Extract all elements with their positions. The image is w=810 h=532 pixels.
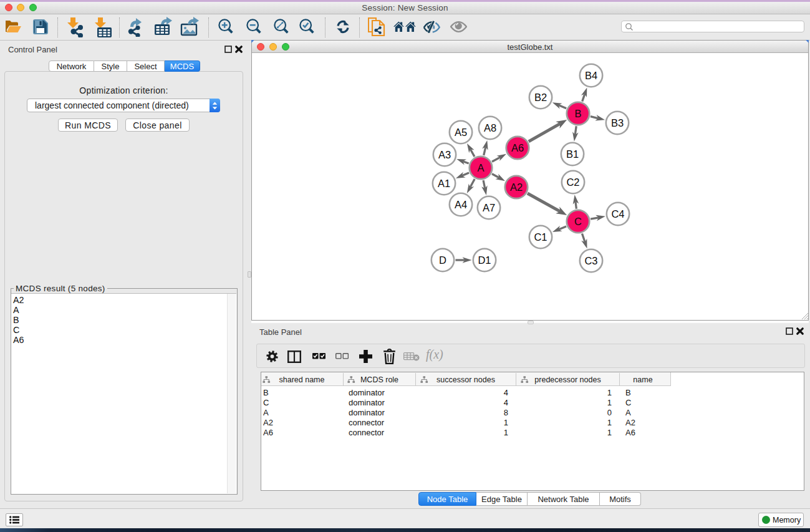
svg-text:B4: B4 bbox=[585, 70, 597, 81]
svg-text:C4: C4 bbox=[611, 208, 624, 220]
svg-text:A2: A2 bbox=[510, 181, 523, 193]
svg-text:A4: A4 bbox=[455, 199, 467, 210]
svg-text:B2: B2 bbox=[534, 92, 547, 103]
svg-text:A1: A1 bbox=[438, 178, 450, 189]
svg-text:A7: A7 bbox=[483, 202, 495, 213]
svg-text:D1: D1 bbox=[478, 254, 491, 266]
svg-text:A5: A5 bbox=[455, 127, 467, 138]
svg-text:C2: C2 bbox=[566, 177, 579, 188]
svg-text:A8: A8 bbox=[484, 122, 496, 133]
svg-text:A6: A6 bbox=[511, 142, 524, 153]
svg-text:B3: B3 bbox=[611, 117, 624, 128]
svg-text:B1: B1 bbox=[566, 148, 579, 160]
svg-text:C3: C3 bbox=[584, 255, 597, 266]
svg-text:B: B bbox=[574, 108, 581, 119]
svg-text:D: D bbox=[439, 254, 446, 266]
svg-text:A: A bbox=[477, 162, 484, 173]
svg-text:C1: C1 bbox=[534, 231, 547, 243]
svg-text:C: C bbox=[574, 216, 582, 227]
svg-text:A3: A3 bbox=[438, 149, 451, 160]
